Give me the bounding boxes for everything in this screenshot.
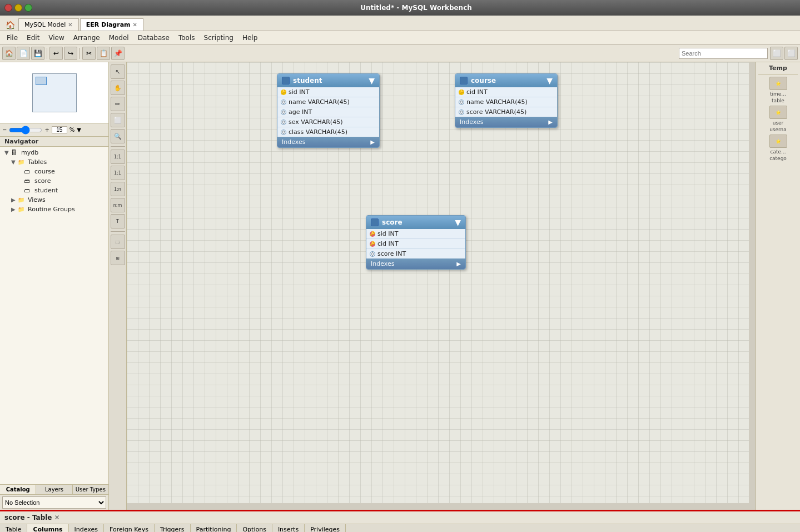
tab-eer-diagram-close[interactable]: ✕: [133, 22, 137, 28]
tool-relation-11[interactable]: 1:1: [111, 150, 125, 164]
table-student-footer[interactable]: Indexes ▶: [277, 137, 379, 147]
toolbar-search[interactable]: [679, 48, 768, 59]
score-chevron: ▶: [456, 261, 461, 267]
close-button[interactable]: [4, 4, 12, 12]
tree-item-views[interactable]: ▶ 📁 Views: [0, 195, 108, 205]
maximize-button[interactable]: [24, 4, 32, 12]
tool-pencil[interactable]: ✏: [111, 97, 125, 111]
canvas-area[interactable]: student ▼ 🔑 sid INT ◇ name VARCHAR(45) ◇…: [127, 62, 756, 510]
bottom-tab-privileges[interactable]: Privileges: [305, 524, 346, 532]
tool-extra-2[interactable]: ⊞: [111, 251, 125, 265]
tree-item-tables[interactable]: ▼ 📁 Tables: [0, 157, 108, 167]
tree-toggle-tables[interactable]: ▼: [11, 159, 18, 165]
tool-separator: [111, 146, 125, 147]
toolbar-view2[interactable]: ⬜: [784, 47, 798, 60]
sidebar-tab-catalog[interactable]: Catalog: [0, 485, 36, 494]
tool-eraser[interactable]: ⬜: [111, 113, 125, 127]
tree-item-course[interactable]: 🗃 course: [0, 167, 108, 176]
table-course-footer[interactable]: Indexes ▶: [455, 117, 557, 127]
tree-toggle-routines[interactable]: ▶: [11, 206, 18, 212]
toolbar-copy[interactable]: 📋: [97, 47, 110, 60]
menu-file[interactable]: File: [2, 33, 22, 43]
minimize-button[interactable]: [14, 4, 22, 12]
temp-item-2[interactable]: ⭐ cate... catego: [758, 135, 798, 161]
score-indexes-label: Indexes: [371, 260, 394, 267]
table-course[interactable]: course ▼ 🔑 cid INT ◇ name VARCHAR(45) ◇ …: [455, 73, 558, 128]
temp-item-1[interactable]: ⭐ user userna: [758, 106, 798, 132]
student-field-sid: 🔑 sid INT: [277, 87, 379, 97]
tool-extra-1[interactable]: ⬚: [111, 235, 125, 249]
toolbar: 🏠 📄 💾 ↩ ↪ ✂ 📋 📌 ⬜ ⬜: [0, 44, 800, 62]
toolbar-home[interactable]: 🏠: [2, 47, 16, 60]
tree-item-student[interactable]: 🗃 student: [0, 186, 108, 195]
zoom-minus-icon[interactable]: −: [2, 127, 7, 133]
toolbar-paste[interactable]: 📌: [111, 47, 125, 60]
tab-mysql-model-close[interactable]: ✕: [68, 22, 72, 28]
fk-icon-sid: 🔑: [370, 231, 375, 237]
tree-item-score[interactable]: 🗃 score: [0, 176, 108, 186]
sidebar-tab-user-types[interactable]: User Types: [73, 485, 108, 494]
zoom-dropdown[interactable]: ▼: [77, 127, 81, 133]
table-score-title: score: [382, 218, 403, 226]
menu-tools[interactable]: Tools: [174, 33, 200, 43]
menu-scripting[interactable]: Scripting: [200, 33, 238, 43]
tool-hand[interactable]: ✋: [111, 81, 125, 95]
selection-dropdown[interactable]: No Selection: [2, 496, 106, 509]
zoom-slider[interactable]: [9, 126, 42, 135]
titlebar-buttons[interactable]: [4, 4, 32, 12]
tool-text[interactable]: T: [111, 214, 125, 228]
bottom-tab-options[interactable]: Options: [237, 524, 272, 532]
tree-toggle-mydb[interactable]: ▼: [4, 150, 11, 156]
tab-mysql-model[interactable]: MySQL Model ✕: [18, 18, 79, 31]
zoom-input[interactable]: [52, 126, 67, 133]
bottom-panel-close[interactable]: ✕: [54, 514, 59, 521]
toolbar-view1[interactable]: ⬜: [770, 47, 783, 60]
menu-edit[interactable]: Edit: [22, 33, 44, 43]
table-icon-header-score: [371, 218, 379, 226]
table-student-title: student: [293, 77, 322, 84]
menu-arrange[interactable]: Arrange: [69, 33, 105, 43]
tree-toggle-views[interactable]: ▶: [11, 197, 18, 203]
tree-item-routine-groups[interactable]: ▶ 📁 Routine Groups: [0, 205, 108, 214]
home-icon[interactable]: 🏠: [6, 21, 15, 29]
fk-icon-cid: 🔑: [370, 241, 375, 247]
zoom-plus-icon[interactable]: +: [44, 127, 49, 133]
tool-relation-1n-b[interactable]: 1:n: [111, 182, 125, 196]
toolbar-save[interactable]: 💾: [31, 47, 44, 60]
bottom-tab-triggers[interactable]: Triggers: [155, 524, 191, 532]
score-field-sid: 🔑 sid INT: [366, 229, 465, 238]
menu-model[interactable]: Model: [105, 33, 133, 43]
bottom-tab-indexes[interactable]: Indexes: [69, 524, 104, 532]
tool-cursor[interactable]: ↖: [111, 64, 125, 79]
temp-item-0[interactable]: ⭐ time... table: [758, 77, 798, 103]
tab-eer-diagram[interactable]: EER Diagram ✕: [80, 18, 143, 31]
sidebar-tab-layers[interactable]: Layers: [36, 485, 72, 494]
tree-item-mydb[interactable]: ▼ 🗄 mydb: [0, 148, 108, 157]
bottom-tab-columns[interactable]: Columns: [27, 524, 68, 532]
bottom-tab-inserts[interactable]: Inserts: [272, 524, 305, 532]
bottom-tab-partitioning[interactable]: Partitioning: [191, 524, 237, 532]
toolbar-undo[interactable]: ↩: [49, 47, 63, 60]
canvas-scrollbar-h[interactable]: [127, 503, 756, 510]
tool-relation-1n-a[interactable]: 1:1: [111, 166, 125, 180]
table-score-dropdown[interactable]: ▼: [455, 218, 461, 227]
table-course-dropdown[interactable]: ▼: [546, 76, 553, 85]
menu-view[interactable]: View: [44, 33, 68, 43]
table-score-footer[interactable]: Indexes ▶: [366, 258, 465, 269]
menu-database[interactable]: Database: [133, 33, 174, 43]
table-score[interactable]: score ▼ 🔑 sid INT 🔑 cid INT ◇ score INT: [366, 215, 466, 270]
student-field-sex: ◇ sex VARCHAR(45): [277, 117, 379, 127]
table-student-dropdown[interactable]: ▼: [369, 76, 375, 85]
tool-zoom[interactable]: 🔍: [111, 129, 125, 143]
side-tools: ↖ ✋ ✏ ⬜ 🔍 1:1 1:1 1:n n:m T ⬚ ⊞: [109, 62, 127, 510]
tool-relation-nm[interactable]: n:m: [111, 198, 125, 212]
toolbar-new[interactable]: 📄: [17, 47, 30, 60]
toolbar-cut[interactable]: ✂: [82, 47, 96, 60]
menu-help[interactable]: Help: [238, 33, 262, 43]
table-student[interactable]: student ▼ 🔑 sid INT ◇ name VARCHAR(45) ◇…: [277, 73, 380, 148]
canvas-scrollbar-v[interactable]: [749, 62, 756, 510]
pk-icon-cid: 🔑: [459, 90, 464, 95]
bottom-tab-table[interactable]: Table: [0, 524, 27, 532]
toolbar-redo[interactable]: ↪: [64, 47, 77, 60]
bottom-tab-foreign-keys[interactable]: Foreign Keys: [104, 524, 155, 532]
